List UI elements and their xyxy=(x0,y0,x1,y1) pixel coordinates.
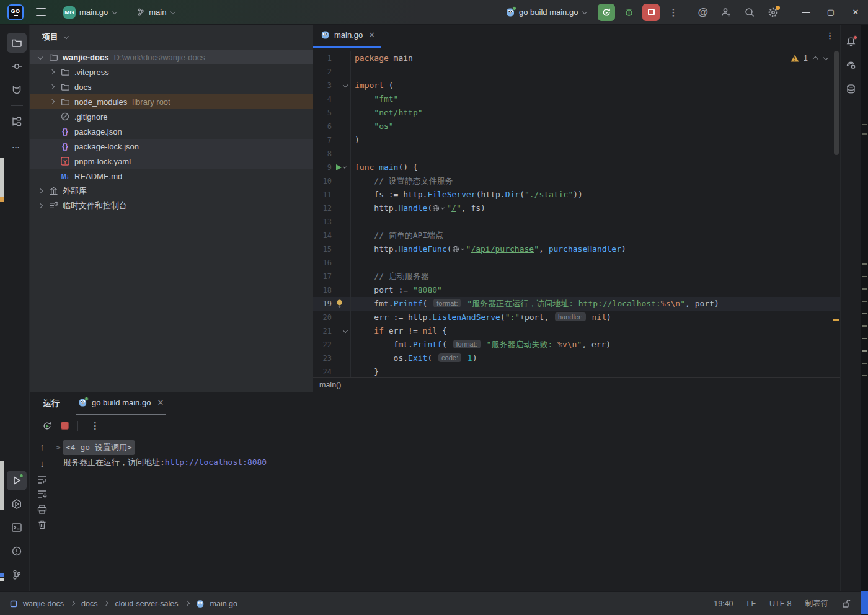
maximize-button[interactable]: ▢ xyxy=(818,0,843,25)
line-number[interactable]: 1 xyxy=(313,51,334,65)
tree-item-readme-md[interactable]: M↓README.md xyxy=(30,169,313,184)
breadcrumb-sticky-line[interactable]: main() xyxy=(313,377,840,392)
git-toolwindow-button[interactable] xyxy=(7,565,27,585)
code-line[interactable]: 23 os.Exit( code: 1) xyxy=(313,352,840,365)
line-number[interactable]: 23 xyxy=(313,352,334,365)
chevron-down-icon[interactable] xyxy=(64,34,69,39)
rerun-console-button[interactable] xyxy=(42,421,52,431)
line-number[interactable]: 5 xyxy=(313,106,334,120)
line-number[interactable]: 10 xyxy=(313,174,334,188)
tree-item-node-modules[interactable]: node_moduleslibrary root xyxy=(30,94,313,109)
file-encoding[interactable]: UTF-8 xyxy=(769,600,791,608)
line-number[interactable]: 12 xyxy=(313,201,334,215)
vcs-branch-widget[interactable]: main xyxy=(131,5,181,19)
code-link[interactable]: http://localhost: xyxy=(578,299,661,308)
code-line[interactable]: 12 http.Handle("/", fs) xyxy=(313,201,840,215)
code-line[interactable]: 20 err := http.ListenAndServe(":"+port, … xyxy=(313,311,840,324)
line-number[interactable]: 18 xyxy=(313,283,334,297)
line-number[interactable]: 2 xyxy=(313,65,334,79)
line-number[interactable]: 13 xyxy=(313,215,334,229)
line-number[interactable]: 20 xyxy=(313,311,334,324)
more-toolwindows-button[interactable]: … xyxy=(7,135,27,155)
code-link[interactable]: /api/purchase xyxy=(471,244,534,254)
close-button[interactable]: ✕ xyxy=(843,0,868,25)
structure-toolwindow-button[interactable] xyxy=(7,112,27,131)
console-link[interactable]: http://localhost:8080 xyxy=(165,455,267,470)
prev-problem-icon[interactable] xyxy=(813,56,818,61)
line-number[interactable]: 22 xyxy=(313,338,334,352)
code-line[interactable]: 8 xyxy=(313,147,840,161)
line-number[interactable]: 21 xyxy=(313,324,334,338)
minimize-button[interactable]: — xyxy=(794,0,818,25)
code-line[interactable]: 5 "net/http" xyxy=(313,106,840,120)
rerun-button[interactable] xyxy=(598,4,615,21)
code-line[interactable]: 3import ( xyxy=(313,79,840,92)
url-inlay-globe-icon[interactable] xyxy=(432,205,445,212)
project-toolwindow-button[interactable] xyxy=(7,33,27,53)
ai-assistant-button[interactable] xyxy=(841,55,861,75)
inspection-widget[interactable]: 1 xyxy=(790,53,829,63)
breadcrumb-item[interactable]: docs xyxy=(81,600,97,608)
add-user-icon[interactable] xyxy=(720,7,732,18)
project-widget[interactable]: MG main.go xyxy=(58,4,123,21)
scroll-to-end-icon[interactable] xyxy=(38,490,47,498)
tree-item-docs[interactable]: docs xyxy=(30,79,313,94)
line-number[interactable]: 16 xyxy=(313,256,334,270)
line-number[interactable]: 4 xyxy=(313,92,334,106)
notifications-button[interactable] xyxy=(841,32,861,51)
unlock-icon[interactable] xyxy=(842,599,851,608)
ai-assistant-titlebar-icon[interactable]: @ xyxy=(698,6,708,19)
close-tab-icon[interactable]: ✕ xyxy=(368,30,375,40)
fold-icon[interactable] xyxy=(334,79,350,92)
expand-icon[interactable] xyxy=(49,82,60,92)
more-actions-icon[interactable]: ⋮ xyxy=(665,7,681,18)
breadcrumb-item[interactable]: cloud-server-sales xyxy=(115,600,178,608)
line-number[interactable]: 8 xyxy=(313,147,334,161)
database-button[interactable] xyxy=(841,79,861,99)
code-line[interactable]: 13 xyxy=(313,215,840,229)
code-line[interactable]: 14 // 简单的API端点 xyxy=(313,229,840,242)
stop-button[interactable] xyxy=(642,4,660,21)
caret-position[interactable]: 19:40 xyxy=(714,600,733,608)
debug-button[interactable] xyxy=(620,4,637,21)
tree-item-临时文件和控制台[interactable]: 临时文件和控制台 xyxy=(30,198,313,213)
collapse-icon[interactable] xyxy=(37,53,48,62)
run-panel-title[interactable]: 运行 xyxy=(43,398,60,409)
code-line[interactable]: 11 fs := http.FileServer(http.Dir("./sta… xyxy=(313,188,840,201)
expand-icon[interactable] xyxy=(37,187,48,196)
up-stack-trace-icon[interactable]: ↑ xyxy=(40,441,45,452)
console-fold-line[interactable]: ><4 go 设置调用> xyxy=(55,440,840,455)
code-line[interactable]: 1package main xyxy=(313,51,840,65)
tree-item-package-lock-json[interactable]: {}package-lock.json xyxy=(30,139,313,154)
line-number[interactable]: 11 xyxy=(313,188,334,201)
line-number[interactable]: 9 xyxy=(313,161,334,174)
code-line[interactable]: 24 } xyxy=(313,365,840,377)
indent-style[interactable]: 制表符 xyxy=(805,598,829,609)
down-stack-trace-icon[interactable]: ↓ xyxy=(40,458,45,469)
tree-item-wanjie-docs[interactable]: wanjie-docsD:\work\docs\wanjie-docs xyxy=(30,50,313,64)
code-line[interactable]: 18 port := "8080" xyxy=(313,283,840,297)
code-link[interactable]: %s xyxy=(661,299,671,308)
breadcrumb-item[interactable]: main.go xyxy=(210,600,237,608)
breadcrumb-item[interactable]: wanjie-docs xyxy=(23,600,64,608)
stop-console-button[interactable] xyxy=(61,422,69,430)
close-tab-icon[interactable]: ✕ xyxy=(157,398,164,407)
console-more-icon[interactable]: ⋮ xyxy=(87,420,104,431)
expand-icon[interactable] xyxy=(49,97,60,107)
editor-options-icon[interactable]: ⋮ xyxy=(826,31,834,40)
terminal-toolwindow-button[interactable] xyxy=(7,518,27,538)
console-output[interactable]: ><4 go 设置调用>服务器正在运行，访问地址: http://localho… xyxy=(55,436,840,591)
url-inlay-globe-icon[interactable] xyxy=(452,246,465,253)
code-line[interactable]: 21 if err != nil { xyxy=(313,324,840,338)
tab-main-go[interactable]: main.go ✕ xyxy=(313,24,381,48)
code-line[interactable]: 6 "os" xyxy=(313,120,840,133)
settings-gear-icon[interactable] xyxy=(768,7,779,18)
code-link[interactable]: / xyxy=(451,203,456,213)
tree-item--vitepress[interactable]: .vitepress xyxy=(30,64,313,79)
run-toolwindow-button[interactable] xyxy=(7,471,27,490)
clear-console-icon[interactable] xyxy=(38,520,46,529)
code-line[interactable]: 22 fmt.Printf( format: "服务器启动失败: %v\n", … xyxy=(313,338,840,352)
code-line[interactable]: 10 // 设置静态文件服务 xyxy=(313,174,840,188)
warning-stripe-mark[interactable] xyxy=(833,319,839,321)
line-number[interactable]: 7 xyxy=(313,133,334,147)
